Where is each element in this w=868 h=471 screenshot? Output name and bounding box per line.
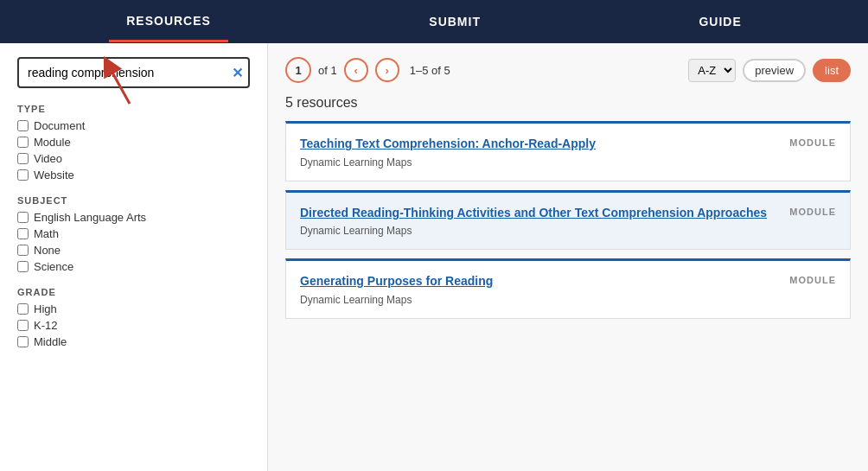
- prev-page-button[interactable]: ‹: [344, 58, 368, 82]
- pagination-bar: 1 of 1 ‹ › 1–5 of 5 A-Z Z-A preview list: [285, 57, 851, 83]
- next-page-button[interactable]: ›: [375, 58, 399, 82]
- resource-source-2: Dynamic Learning Maps: [300, 294, 775, 306]
- filter-math[interactable]: Math: [17, 227, 250, 240]
- resource-source-0: Dynamic Learning Maps: [300, 156, 775, 169]
- resource-item-0: Teaching Text Comprehension: Anchor-Read…: [285, 121, 851, 181]
- filter-ela[interactable]: English Language Arts: [17, 211, 250, 224]
- tab-guide[interactable]: GUIDE: [681, 3, 758, 41]
- resource-item-1: Directed Reading-Thinking Activities and…: [285, 190, 851, 251]
- search-container: ✕: [17, 57, 250, 88]
- tab-submit[interactable]: SUBMIT: [412, 3, 498, 41]
- resource-title-0[interactable]: Teaching Text Comprehension: Anchor-Read…: [300, 136, 775, 153]
- of-label: of 1: [318, 64, 337, 77]
- filter-k12[interactable]: K-12: [17, 319, 250, 332]
- filter-middle[interactable]: Middle: [17, 335, 250, 348]
- sidebar: ✕ TYPE Document Module Video Website SUB: [0, 43, 268, 471]
- current-page: 1: [285, 57, 311, 83]
- resource-title-1[interactable]: Directed Reading-Thinking Activities and…: [300, 205, 775, 222]
- filter-grade: GRADE High K-12 Middle: [17, 287, 250, 348]
- resource-type-2: MODULE: [789, 273, 836, 285]
- resource-row-2: Generating Purposes for Reading Dynamic …: [300, 273, 836, 306]
- filter-module[interactable]: Module: [17, 136, 250, 149]
- filter-type-label: TYPE: [17, 104, 250, 114]
- filter-video[interactable]: Video: [17, 152, 250, 165]
- content-area: 1 of 1 ‹ › 1–5 of 5 A-Z Z-A preview list…: [268, 43, 868, 471]
- header: RESOURCES SUBMIT GUIDE: [0, 0, 868, 43]
- resource-source-1: Dynamic Learning Maps: [300, 225, 775, 237]
- resource-type-1: MODULE: [789, 205, 836, 217]
- filter-document[interactable]: Document: [17, 119, 250, 132]
- sort-select[interactable]: A-Z Z-A: [688, 59, 736, 82]
- resource-row-0: Teaching Text Comprehension: Anchor-Read…: [300, 136, 836, 169]
- filter-website[interactable]: Website: [17, 169, 250, 181]
- resource-row-1: Directed Reading-Thinking Activities and…: [300, 205, 836, 238]
- search-clear-icon[interactable]: ✕: [232, 65, 243, 81]
- tab-resources[interactable]: RESOURCES: [109, 2, 228, 42]
- filter-subject: SUBJECT English Language Arts Math None …: [17, 195, 250, 273]
- resource-title-2[interactable]: Generating Purposes for Reading: [300, 273, 775, 290]
- resource-type-0: MODULE: [789, 136, 836, 148]
- preview-view-button[interactable]: preview: [743, 59, 806, 82]
- list-view-button[interactable]: list: [813, 59, 851, 82]
- filter-subject-label: SUBJECT: [17, 195, 250, 206]
- resources-count: 5 resources: [285, 95, 851, 111]
- filter-science[interactable]: Science: [17, 260, 250, 273]
- filter-high[interactable]: High: [17, 302, 250, 315]
- main-layout: ✕ TYPE Document Module Video Website SUB: [0, 43, 868, 471]
- page-range: 1–5 of 5: [410, 64, 450, 77]
- filter-none[interactable]: None: [17, 244, 250, 257]
- resource-item-2: Generating Purposes for Reading Dynamic …: [285, 258, 851, 319]
- filter-type: TYPE Document Module Video Website: [17, 104, 250, 181]
- search-input[interactable]: [17, 57, 250, 88]
- filter-grade-label: GRADE: [17, 287, 250, 297]
